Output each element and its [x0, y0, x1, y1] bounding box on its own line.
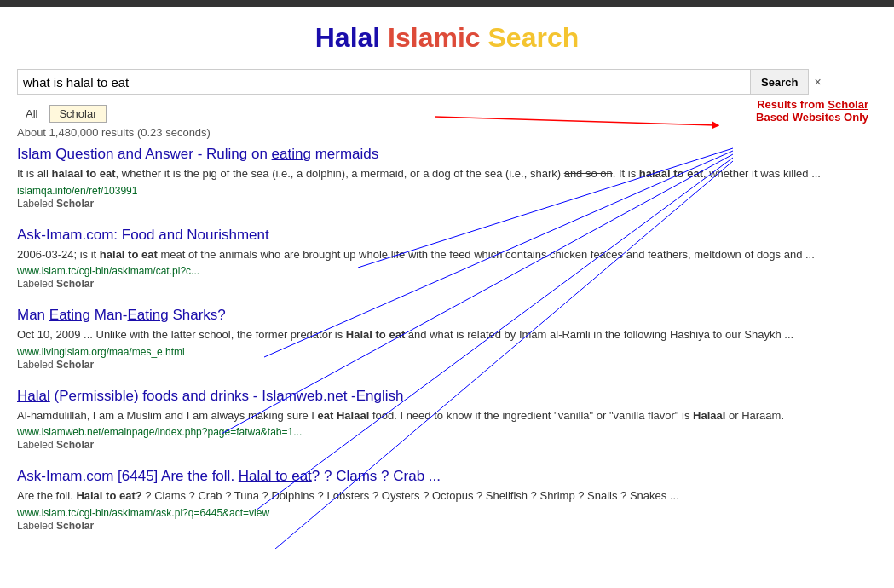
result-link[interactable]: Ask-Imam.com [6445] Are the foll. Halal … [17, 468, 441, 484]
result-link[interactable]: Halal (Permissible) foods and drinks - I… [17, 388, 404, 404]
result-url: www.islam.tc/cgi-bin/askimam/cat.pl?c... [17, 265, 877, 277]
header: Halal Islamic Search [0, 7, 894, 62]
result-title: Man Eating Man-Eating Sharks? [17, 307, 877, 324]
result-title: Ask-Imam.com: Food and Nourishment [17, 227, 877, 244]
scholar-word: Scholar [828, 98, 868, 111]
result-snippet: It is all halaal to eat, whether it is t… [17, 165, 877, 182]
result-link[interactable]: Man Eating Man-Eating Sharks? [17, 307, 226, 323]
title-islamic: Islamic [388, 22, 481, 53]
result-snippet: 2006-03-24; is it halal to eat meat of t… [17, 246, 877, 263]
close-icon[interactable]: × [814, 75, 821, 89]
tabs-row: All Scholar Results from Scholar Based W… [0, 101, 894, 123]
scholar-note: Results from Scholar Based Websites Only [756, 98, 868, 124]
table-row: Ask-Imam.com [6445] Are the foll. Halal … [17, 468, 877, 532]
tab-all[interactable]: All [17, 106, 46, 122]
result-title: Islam Question and Answer - Ruling on ea… [17, 146, 877, 163]
title-search: Search [488, 22, 580, 53]
table-row: Halal (Permissible) foods and drinks - I… [17, 388, 877, 452]
result-label: Labeled Scholar [17, 439, 877, 451]
result-url: www.livingislam.org/maa/mes_e.html [17, 346, 877, 358]
result-snippet: Oct 10, 2009 ... Unlike with the latter … [17, 326, 877, 343]
results-container: Islam Question and Answer - Ruling on ea… [0, 146, 894, 532]
result-url: islamqa.info/en/ref/103991 [17, 185, 877, 197]
result-url: www.islamweb.net/emainpage/index.php?pag… [17, 426, 877, 438]
result-label: Labeled Scholar [17, 278, 877, 290]
result-title: Halal (Permissible) foods and drinks - I… [17, 388, 877, 405]
table-row: Ask-Imam.com: Food and Nourishment 2006-… [17, 227, 877, 291]
results-info: About 1,480,000 results (0.23 seconds) [0, 123, 894, 146]
result-url: www.islam.tc/cgi-bin/askimam/ask.pl?q=64… [17, 507, 877, 519]
result-snippet: Al-hamdulillah, I am a Muslim and I am a… [17, 407, 877, 424]
result-label: Labeled Scholar [17, 359, 877, 371]
search-button[interactable]: Search [750, 69, 809, 95]
tab-scholar[interactable]: Scholar [49, 105, 106, 123]
result-snippet: Are the foll. Halal to eat? ? Clams ? Cr… [17, 487, 877, 504]
search-bar: Search × [0, 62, 894, 101]
result-link[interactable]: Islam Question and Answer - Ruling on ea… [17, 146, 378, 162]
table-row: Islam Question and Answer - Ruling on ea… [17, 146, 877, 210]
title-halal: Halal [315, 22, 380, 53]
site-title: Halal Islamic Search [0, 22, 894, 54]
result-label: Labeled Scholar [17, 520, 877, 532]
table-row: Man Eating Man-Eating Sharks? Oct 10, 20… [17, 307, 877, 371]
top-bar [0, 0, 894, 7]
result-title: Ask-Imam.com [6445] Are the foll. Halal … [17, 468, 877, 485]
result-label: Labeled Scholar [17, 198, 877, 210]
search-input[interactable] [17, 69, 750, 95]
result-link[interactable]: Ask-Imam.com: Food and Nourishment [17, 227, 269, 243]
